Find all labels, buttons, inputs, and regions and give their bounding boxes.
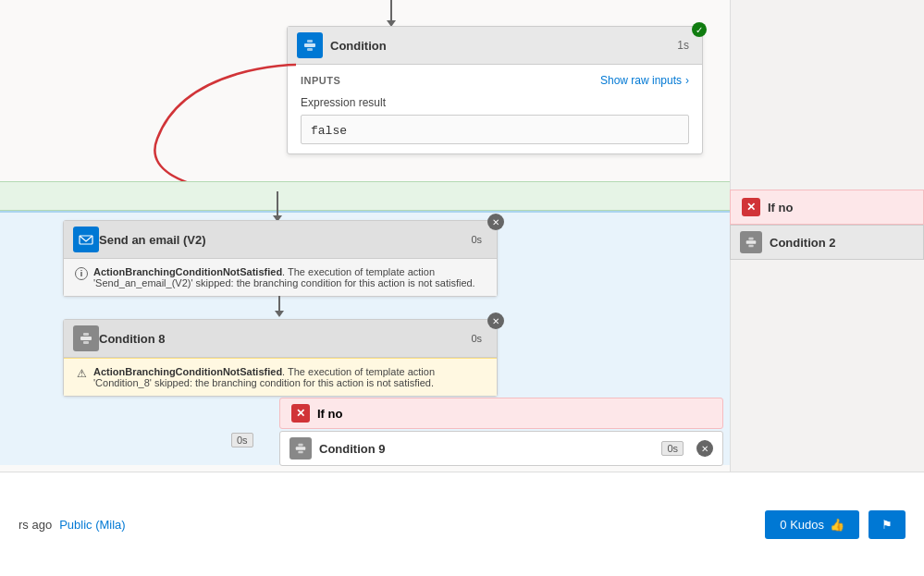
kudos-count: 0 Kudos — [780, 518, 824, 532]
svg-rect-13 — [748, 245, 753, 248]
condition9-right-duration: 0s — [661, 441, 684, 456]
condition9-title: Condition 9 — [319, 442, 654, 456]
email-body: i ActionBranchingConditionNotSatisfied. … — [64, 259, 497, 296]
condition8-header: Condition 8 0s ✕ — [64, 320, 497, 358]
condition-main-title: Condition — [330, 39, 677, 53]
condition-main-header: Condition 1s — [288, 27, 702, 65]
time-ago-text: rs ago — [18, 518, 52, 532]
condition-main-icon — [297, 32, 323, 58]
condition-success-badge — [692, 22, 707, 37]
condition9-row: Condition 9 0s ✕ — [279, 431, 723, 466]
svg-rect-2 — [307, 48, 313, 51]
condition8-duration: 0s — [471, 333, 482, 344]
if-no-inner-banner: ✕ If no — [279, 398, 723, 429]
flow-canvas: Condition 1s INPUTS Show raw inputs › Ex… — [0, 0, 731, 472]
svg-rect-12 — [748, 238, 753, 240]
condition8-title: Condition 8 — [99, 332, 471, 346]
email-warning-text: ActionBranchingConditionNotSatisfied. Th… — [93, 266, 486, 288]
condition2-title: Condition 2 — [770, 236, 836, 250]
svg-rect-5 — [80, 337, 92, 340]
svg-rect-0 — [304, 43, 315, 47]
inputs-label: INPUTS — [301, 75, 340, 86]
svg-rect-7 — [83, 341, 89, 344]
condition8-close-btn[interactable]: ✕ — [487, 313, 504, 329]
condition-main-body: INPUTS Show raw inputs › Expression resu… — [288, 65, 702, 153]
svg-rect-8 — [296, 447, 306, 450]
if-no-right-label: If no — [768, 201, 793, 214]
bottom-left-section: rs ago Public (Mila) — [18, 518, 126, 532]
condition-icon-svg — [302, 38, 317, 53]
svg-rect-1 — [307, 40, 313, 43]
if-no-right-banner: ✕ If no — [730, 190, 924, 225]
svg-rect-10 — [298, 451, 302, 454]
condition-main-block: Condition 1s INPUTS Show raw inputs › Ex… — [287, 26, 703, 154]
right-panel: ✕ If no Condition 2 — [730, 0, 924, 472]
bottom-bar: rs ago Public (Mila) 0 Kudos 👍 ⚑ — [0, 472, 924, 576]
warning-triangle-icon: ⚠ — [75, 367, 88, 380]
top-connector-arrow — [387, 0, 396, 27]
svg-rect-9 — [298, 444, 302, 447]
condition9-icon — [290, 437, 312, 460]
report-button[interactable]: ⚑ — [869, 510, 906, 539]
inputs-row: INPUTS Show raw inputs › — [301, 74, 689, 87]
condition8-body: ⚠ ActionBranchingConditionNotSatisfied. … — [64, 358, 497, 396]
condition8-warning-text: ActionBranchingConditionNotSatisfied. Th… — [93, 366, 486, 388]
condition2-right-block: Condition 2 — [730, 225, 924, 260]
arrow-to-email — [273, 191, 282, 222]
condition8-block: Condition 8 0s ✕ ⚠ ActionBranchingCondit… — [63, 319, 498, 397]
public-visibility-link[interactable]: Public (Mila) — [59, 518, 126, 532]
email-icon — [73, 227, 99, 252]
condition9-left-area: 0s — [231, 431, 253, 447]
email-warning-row: i ActionBranchingConditionNotSatisfied. … — [75, 266, 486, 288]
thumbs-up-icon: 👍 — [830, 518, 844, 532]
bottom-right-section: 0 Kudos 👍 ⚑ — [765, 510, 906, 539]
svg-rect-6 — [83, 333, 89, 336]
condition8-icon — [73, 325, 99, 351]
email-block: Send an email (V2) 0s ✕ i ActionBranchin… — [63, 220, 498, 297]
if-no-right-icon: ✕ — [742, 198, 760, 216]
if-yes-band — [0, 181, 731, 211]
email-title: Send an email (V2) — [99, 233, 471, 247]
condition9-left-duration: 0s — [231, 433, 253, 447]
if-no-inner-icon: ✕ — [291, 404, 310, 423]
info-icon: i — [75, 267, 88, 280]
expression-result-value: false — [311, 124, 347, 138]
email-close-btn[interactable]: ✕ — [487, 214, 504, 230]
condition8-warning-row: ⚠ ActionBranchingConditionNotSatisfied. … — [75, 366, 486, 388]
email-duration: 0s — [471, 234, 482, 245]
show-raw-inputs-link[interactable]: Show raw inputs › — [600, 74, 689, 87]
if-no-inner-label: If no — [317, 407, 342, 421]
condition9-close-btn[interactable]: ✕ — [696, 440, 713, 457]
condition2-icon — [740, 231, 762, 253]
condition-main-duration: 1s — [677, 39, 689, 52]
flag-icon: ⚑ — [881, 518, 893, 532]
email-header: Send an email (V2) 0s ✕ — [64, 221, 497, 259]
svg-rect-11 — [746, 240, 757, 244]
expression-result-label: Expression result — [301, 96, 689, 109]
kudos-button[interactable]: 0 Kudos 👍 — [765, 510, 859, 539]
expression-result-box: false — [301, 115, 689, 144]
